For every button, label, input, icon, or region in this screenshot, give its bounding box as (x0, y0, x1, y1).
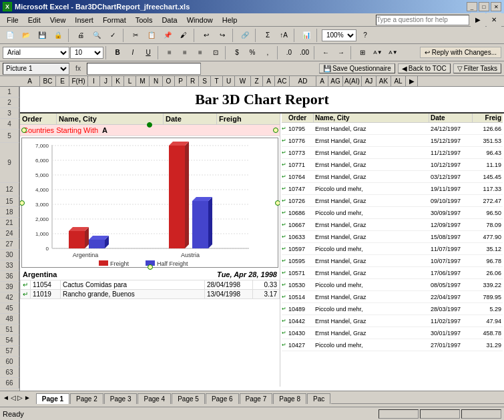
col-AA[interactable]: A (263, 76, 275, 87)
handle-center-top[interactable] (147, 122, 152, 128)
col-AHAI[interactable]: A(AI) (343, 76, 362, 87)
row-51[interactable]: 51 (0, 325, 19, 335)
menu-view[interactable]: View (46, 15, 70, 25)
col-W[interactable]: W (235, 76, 251, 87)
col-Z[interactable]: Z (251, 76, 263, 87)
save-button[interactable]: 💾 (35, 28, 49, 43)
back-to-toc-button[interactable]: ◀ Back to TOC (398, 63, 451, 73)
col-O[interactable]: O (163, 76, 175, 87)
copy-button[interactable]: 📋 (144, 28, 159, 43)
tab-scroll-left[interactable]: ◄ (3, 394, 9, 401)
col-AJ[interactable]: AJ (362, 76, 376, 87)
col-AL[interactable]: AL (391, 76, 406, 87)
sheet-tab-7[interactable]: Page 8 (273, 393, 306, 404)
paste-button[interactable]: 📌 (160, 28, 175, 43)
fill-color-button[interactable]: A▼ (370, 45, 385, 60)
row-36[interactable]: 36 (0, 271, 19, 282)
row-30[interactable]: 30 (0, 250, 19, 260)
align-center-button[interactable]: ≡ (178, 45, 192, 60)
chart-button[interactable]: 📊 (299, 28, 314, 43)
col-I[interactable]: I (88, 76, 100, 87)
minimize-button[interactable]: _ (467, 2, 477, 11)
menu-edit[interactable]: Edit (24, 15, 45, 25)
indent-decrease-button[interactable]: ← (318, 45, 333, 60)
col-E[interactable]: E (56, 76, 69, 87)
zoom-select[interactable]: 100% 75% 50% (322, 29, 356, 41)
col-N[interactable]: N (150, 76, 163, 87)
print-button[interactable]: 🖨 (73, 28, 88, 43)
menu-file[interactable]: File (3, 15, 23, 25)
col-FH[interactable]: F(H) (69, 76, 88, 87)
redo-button[interactable]: ↪ (215, 28, 230, 43)
row-3[interactable]: 3 (0, 108, 19, 119)
col-AC[interactable]: AC (275, 76, 290, 87)
save-questionnaire-button[interactable]: 💾 Save Questionnaire (319, 63, 395, 73)
col-AG[interactable]: AG (328, 76, 343, 87)
permission-button[interactable]: 🔒 (51, 28, 65, 43)
sheet-tab-1[interactable]: Page 2 (70, 393, 103, 404)
row-9[interactable]: 9 (0, 143, 19, 183)
sheet-tab-4[interactable]: Page 5 (172, 393, 205, 404)
bold-button[interactable]: B (110, 45, 125, 60)
row-5[interactable]: 5 (0, 130, 19, 143)
tab-scroll-right[interactable]: ► (24, 394, 31, 401)
formula-bar-input[interactable] (87, 63, 201, 75)
tab-scroll-prev[interactable]: ◁ (11, 394, 16, 401)
format-painter-button[interactable]: 🖌 (176, 28, 191, 43)
chart-handle-bottom[interactable] (148, 264, 153, 270)
row-2[interactable]: 2 (0, 97, 19, 108)
col-K[interactable]: K (112, 76, 124, 87)
col-S[interactable]: S (199, 76, 211, 87)
sheet-tab-0[interactable]: Page 1 (36, 393, 69, 404)
col-U[interactable]: U (223, 76, 235, 87)
sort-asc-button[interactable]: ↑A (276, 28, 291, 43)
chart-handle-right[interactable] (275, 200, 280, 206)
col-AD[interactable]: AD (290, 76, 316, 87)
col-P[interactable]: P (175, 76, 187, 87)
comma-button[interactable]: , (260, 45, 275, 60)
close-button[interactable]: ✕ (491, 2, 501, 11)
col-AK[interactable]: AK (376, 76, 391, 87)
row-63[interactable]: 63 (0, 367, 19, 378)
row-33[interactable]: 33 (0, 260, 19, 271)
menu-help[interactable]: Help (218, 15, 242, 25)
sheet-tab-6[interactable]: Page 7 (240, 393, 273, 404)
row-21[interactable]: 21 (0, 218, 19, 228)
italic-button[interactable]: I (125, 45, 140, 60)
font-color-button[interactable]: A▼ (386, 45, 401, 60)
percent-button[interactable]: % (245, 45, 260, 60)
col-A[interactable]: A (20, 76, 40, 87)
spell-check-button[interactable]: ✓ (105, 28, 120, 43)
indent-increase-button[interactable]: → (334, 45, 348, 60)
col-J[interactable]: J (100, 76, 112, 87)
menu-insert[interactable]: Insert (71, 15, 97, 25)
row-12[interactable]: 12 (0, 183, 19, 196)
align-right-button[interactable]: ≡ (193, 45, 208, 60)
print-preview-button[interactable]: 🔍 (89, 28, 104, 43)
filter-tasks-button[interactable]: ▽ Filter Tasks (453, 63, 501, 73)
help-go-button[interactable]: ▶ (471, 13, 485, 27)
open-button[interactable]: 📂 (19, 28, 33, 43)
sheet-tab-8[interactable]: Pac (307, 393, 330, 404)
row-60[interactable]: 60 (0, 357, 19, 367)
handle-right[interactable] (273, 128, 278, 133)
help-search-input[interactable] (376, 15, 469, 25)
increase-decimal-button[interactable]: .0 (282, 45, 296, 60)
merge-center-button[interactable]: ⊡ (208, 45, 223, 60)
name-box-select[interactable]: Picture 1 (3, 63, 69, 75)
underline-button[interactable]: U (141, 45, 156, 60)
row-54[interactable]: 54 (0, 335, 19, 346)
col-arrow[interactable]: ▶ (406, 76, 418, 87)
help-button[interactable]: ? (358, 28, 372, 43)
close-help-button[interactable]: ✕ (487, 13, 501, 27)
reply-with-changes-button[interactable]: ↩ Reply with Changes... (420, 47, 501, 58)
col-BC[interactable]: BC (40, 76, 56, 87)
sheet-tab-2[interactable]: Page 3 (104, 393, 138, 404)
new-button[interactable]: 📄 (3, 28, 17, 43)
row-39[interactable]: 39 (0, 282, 19, 292)
row-48[interactable]: 48 (0, 314, 19, 325)
row-57[interactable]: 57 (0, 346, 19, 357)
tab-scroll-next[interactable]: ▷ (17, 394, 23, 401)
row-1[interactable]: 1 (0, 87, 19, 97)
decrease-decimal-button[interactable]: .00 (297, 45, 312, 60)
